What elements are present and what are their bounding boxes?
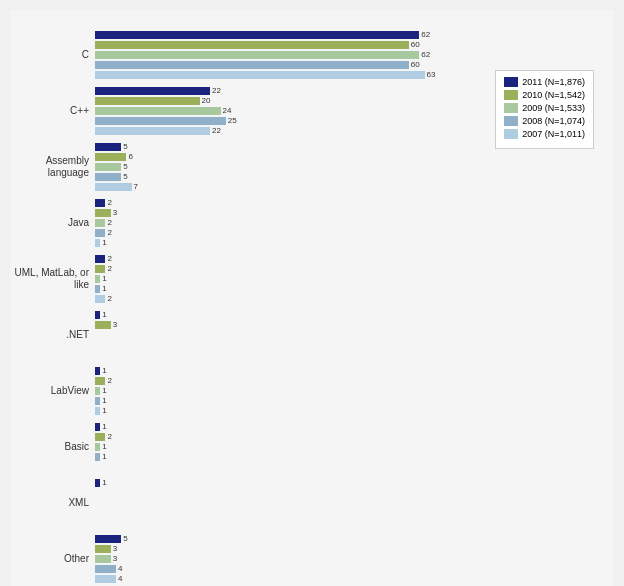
bar [95, 321, 111, 329]
bar-value: 4 [118, 575, 122, 583]
bar [95, 163, 121, 171]
bar-value: 63 [427, 71, 436, 79]
bar [95, 407, 100, 415]
bar [95, 387, 100, 395]
bar-row: 2 [95, 376, 604, 385]
bar [95, 183, 132, 191]
legend-label: 2011 (N=1,876) [522, 77, 585, 87]
bar-value: 24 [223, 107, 232, 115]
bar-value: 7 [134, 183, 138, 191]
bar-value: 60 [411, 41, 420, 49]
bar-row: 1 [95, 422, 604, 431]
bar-value: 1 [102, 239, 106, 247]
bar-value: 2 [107, 265, 111, 273]
bar-row: 6 [95, 152, 604, 161]
bar-row: 5 [95, 534, 604, 543]
bar-row: 60 [95, 60, 604, 69]
bar-value: 1 [102, 479, 106, 487]
bar-row: 2 [95, 432, 604, 441]
bar [95, 97, 200, 105]
bar-value: 62 [421, 31, 430, 39]
bar-value: 22 [212, 127, 221, 135]
category-label: C [10, 49, 95, 61]
legend-label: 2009 (N=1,533) [522, 103, 585, 113]
bar-value: 3 [113, 545, 117, 553]
bar-value: 20 [202, 97, 211, 105]
bar-value: 1 [102, 397, 106, 405]
bar [95, 275, 100, 283]
bar-value: 3 [113, 209, 117, 217]
bars-group: 53344 [95, 534, 604, 583]
chart-body: 2011 (N=1,876)2010 (N=1,542)2009 (N=1,53… [10, 30, 604, 586]
legend-color [504, 129, 518, 139]
category-row: UML, MatLab, or like22112 [10, 254, 604, 303]
bar-value: 2 [107, 255, 111, 263]
bar-value: 1 [102, 407, 106, 415]
bar-row: 1 [95, 284, 604, 293]
legend: 2011 (N=1,876)2010 (N=1,542)2009 (N=1,53… [495, 70, 594, 149]
legend-color [504, 103, 518, 113]
bar-value: 3 [113, 321, 117, 329]
bar-row [95, 340, 604, 349]
chart-container: 2011 (N=1,876)2010 (N=1,542)2009 (N=1,53… [10, 10, 614, 586]
legend-label: 2008 (N=1,074) [522, 116, 585, 126]
bar-row: 62 [95, 50, 604, 59]
legend-color [504, 77, 518, 87]
bar [95, 173, 121, 181]
bar [95, 535, 121, 543]
bar [95, 219, 105, 227]
bar [95, 295, 105, 303]
legend-item: 2009 (N=1,533) [504, 103, 585, 113]
bar-row: 2 [95, 198, 604, 207]
bar-row: 1 [95, 478, 604, 487]
bar-row: 1 [95, 274, 604, 283]
bar-row: 3 [95, 208, 604, 217]
category-label: .NET [10, 329, 95, 341]
bar-row: 2 [95, 264, 604, 273]
category-row: Basic1211 [10, 422, 604, 471]
category-label: XML [10, 497, 95, 509]
bars-group: 1 [95, 478, 604, 527]
bar-row: 1 [95, 238, 604, 247]
bar-value: 1 [102, 443, 106, 451]
bar-row [95, 498, 604, 507]
bar [95, 199, 105, 207]
bar-value: 3 [113, 555, 117, 563]
bar [95, 71, 425, 79]
bar [95, 51, 419, 59]
bar-value: 5 [123, 163, 127, 171]
category-row: Assembly language56557 [10, 142, 604, 191]
bar [95, 453, 100, 461]
bar [95, 61, 409, 69]
bar-row [95, 488, 604, 497]
bar-row [95, 508, 604, 517]
bar-value: 1 [102, 285, 106, 293]
bar-value: 6 [128, 153, 132, 161]
bars-group: 13 [95, 310, 604, 359]
legend-color [504, 90, 518, 100]
bar-row: 1 [95, 310, 604, 319]
bar-value: 2 [107, 229, 111, 237]
legend-label: 2007 (N=1,011) [522, 129, 585, 139]
category-row: LabView12111 [10, 366, 604, 415]
bar-row: 4 [95, 574, 604, 583]
bar-value: 4 [118, 565, 122, 573]
bar-value: 5 [123, 143, 127, 151]
bar [95, 423, 100, 431]
bar-row [95, 462, 604, 471]
bar-row: 2 [95, 218, 604, 227]
bar-row: 5 [95, 172, 604, 181]
category-label: LabView [10, 385, 95, 397]
category-label: Other [10, 553, 95, 565]
legend-item: 2007 (N=1,011) [504, 129, 585, 139]
bar-row: 7 [95, 182, 604, 191]
bar [95, 377, 105, 385]
bar-row [95, 518, 604, 527]
bar [95, 311, 100, 319]
bar-value: 2 [107, 377, 111, 385]
category-row: Java23221 [10, 198, 604, 247]
bar-value: 1 [102, 367, 106, 375]
bar-row: 2 [95, 254, 604, 263]
bar [95, 255, 105, 263]
bar-value: 22 [212, 87, 221, 95]
